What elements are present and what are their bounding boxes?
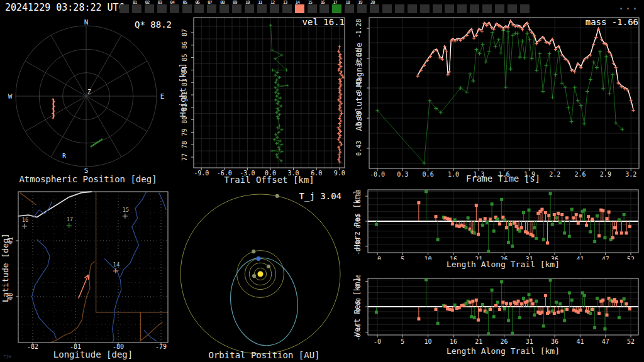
trail-offset-axis-label: Trail Offset [km]	[206, 175, 332, 185]
svg-text:10: 10	[425, 338, 432, 345]
svg-text:14: 14	[113, 261, 119, 268]
station-square-04[interactable]: 04	[170, 4, 179, 13]
svg-text:41: 41	[576, 256, 584, 260]
svg-text:-79: -79	[155, 343, 167, 350]
svg-text:15: 15	[122, 207, 129, 213]
station-square-07[interactable]: 07	[207, 4, 216, 13]
svg-text:10: 10	[425, 256, 432, 260]
overflow-menu[interactable]: ...	[618, 1, 639, 12]
frame-time-axis-label: Frame Time [s]	[440, 174, 566, 184]
svg-text:52: 52	[627, 256, 635, 260]
vert-length-axis-label: Length Along Trail [km]	[440, 347, 566, 356]
station-square-x22[interactable]	[395, 4, 404, 13]
svg-text:16: 16	[450, 338, 457, 345]
station-square-x31[interactable]	[508, 4, 517, 13]
atmospheric-title: Atmospheric Position [deg]	[13, 175, 164, 184]
station-square-x28[interactable]	[470, 4, 479, 13]
latitude-axis-label: Latitude [deg]	[1, 205, 10, 331]
atmospheric-position-plot: NSWEZR	[0, 16, 176, 175]
station-square-x21[interactable]	[382, 4, 392, 13]
svg-text:16: 16	[22, 217, 29, 223]
svg-text:Z: Z	[87, 89, 91, 96]
vert-res-plot: -051016212631364147520.46-0.00-0.46	[352, 275, 644, 346]
orbital-position-plot	[176, 189, 352, 362]
station-square-x0[interactable]	[119, 4, 129, 13]
station-square-x24[interactable]	[420, 4, 430, 13]
svg-text:26: 26	[500, 338, 508, 345]
station-square-x30[interactable]	[495, 4, 504, 13]
svg-text:17: 17	[66, 216, 73, 222]
station-square-x25[interactable]	[433, 4, 442, 13]
station-square-08[interactable]: 08	[219, 4, 229, 13]
vel-stat: vel 16.1	[270, 18, 345, 27]
svg-text:-0: -0	[374, 338, 381, 345]
svg-text:-82: -82	[27, 343, 38, 350]
svg-text:9.0: 9.0	[334, 170, 345, 177]
station-square-x23[interactable]	[408, 4, 417, 13]
svg-text:0.6: 0.6	[423, 171, 434, 178]
svg-text:52: 52	[627, 338, 635, 345]
station-square-02[interactable]: 02	[145, 4, 154, 13]
svg-text:2.6: 2.6	[575, 171, 586, 178]
station-square-20[interactable]: 20	[370, 4, 379, 13]
station-square-12[interactable]: 12	[270, 4, 279, 13]
station-square-13[interactable]: 13	[282, 4, 292, 13]
svg-text:E: E	[160, 92, 165, 101]
station-square-06[interactable]: 06	[194, 4, 204, 13]
light-curve-plot: -0.00.30.61.01.31.61.92.22.62.93.2-1.28-…	[352, 16, 644, 189]
station-square-x26[interactable]	[445, 4, 454, 13]
svg-text:31: 31	[526, 338, 533, 345]
tisserand-stat: T_j 3.04	[267, 192, 341, 201]
station-square-11[interactable]: 11	[257, 4, 267, 13]
trail-offset-plot: -9.0-6.0-3.00.03.06.09.07778798081828384…	[176, 16, 352, 189]
svg-text:77: 77	[181, 153, 188, 161]
station-square-14[interactable]: 14	[295, 4, 304, 13]
station-square-03[interactable]: 03	[157, 4, 167, 13]
longitude-axis-label: Longitude [deg]	[30, 350, 156, 359]
station-squares: 0102030405060708091011121314151617181920	[0, 0, 541, 16]
station-square-x29[interactable]	[482, 4, 492, 13]
svg-text:47: 47	[602, 338, 609, 345]
orbital-title: Orbital Position [AU]	[201, 351, 327, 360]
station-square-x32[interactable]	[520, 4, 530, 13]
svg-text:47: 47	[602, 256, 609, 260]
svg-text:2.9: 2.9	[600, 171, 611, 178]
station-square-17[interactable]: 17	[332, 4, 341, 13]
height-axis-label: Height [km]	[179, 27, 187, 153]
station-square-x27[interactable]	[457, 4, 467, 13]
magnitude-axis-label: Absolute Magnitude	[355, 8, 364, 165]
svg-text:3.2: 3.2	[625, 171, 636, 178]
svg-text:N: N	[84, 18, 89, 26]
station-square-01[interactable]: 01	[132, 4, 142, 13]
svg-text:-0.0: -0.0	[370, 171, 385, 178]
q-stat: Q* 88.2	[96, 20, 172, 30]
horz-length-axis-label: Length Along Trail [km]	[440, 260, 566, 269]
svg-text:36: 36	[551, 338, 558, 345]
station-square-18[interactable]: 18	[345, 4, 354, 13]
station-square-15[interactable]: 15	[308, 4, 317, 13]
station-square-05[interactable]: 05	[182, 4, 192, 13]
top-bar: 20241229 03:28:22 UTC 010203040506070809…	[0, 0, 644, 16]
ground-track-map: 16171514-82-81-80-794140	[0, 189, 176, 362]
svg-text:21: 21	[475, 338, 482, 345]
svg-text:-0: -0	[374, 256, 381, 260]
station-square-09[interactable]: 09	[232, 4, 242, 13]
svg-text:0.3: 0.3	[397, 171, 408, 178]
svg-text:5: 5	[401, 256, 404, 260]
svg-text:W: W	[8, 92, 13, 101]
watermark: rjw	[3, 354, 11, 359]
vert-res-axis-label: Vert Res [km]	[353, 244, 362, 362]
station-square-10[interactable]: 10	[245, 4, 254, 13]
svg-text:R: R	[62, 153, 66, 159]
app-window: 20241229 03:28:22 UTC 010203040506070809…	[0, 0, 644, 362]
svg-text:41: 41	[576, 338, 584, 345]
mass-stat: mass -1.66	[538, 18, 638, 27]
station-square-16[interactable]: 16	[319, 4, 329, 13]
svg-text:5: 5	[401, 338, 404, 345]
horz-res-plot: -051016212631364147520.380.00-0.38	[352, 189, 644, 260]
